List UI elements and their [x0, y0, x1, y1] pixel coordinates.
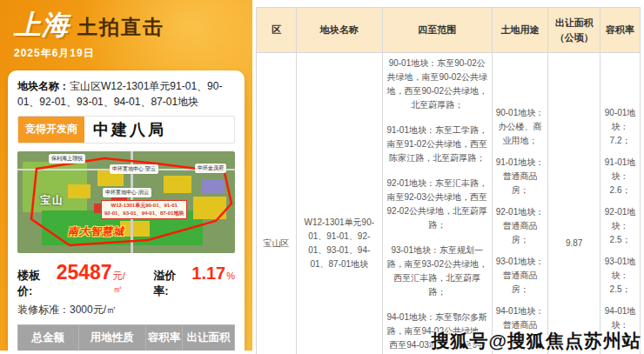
developer-name: 中建八局: [84, 117, 175, 143]
brand-row: 上海 土拍直击: [14, 7, 240, 43]
parcel-card: 地块名称：宝山区W12-1301单元91-01、90-01、92-01、93-0…: [8, 70, 245, 351]
col-header-land-use: 土地用途: [492, 8, 547, 53]
list-item: 90-01地块：东至90-02公共绿地，南至90-02公共绿地，西至90-02公…: [386, 57, 489, 112]
auction-date: 2025年6月19日: [14, 46, 240, 61]
panel-header: 上海 土拍直击 2025年6月19日: [0, 0, 252, 64]
list-item: 91-01地块：普通商品房；: [495, 156, 545, 197]
land-table-row: 宝山区 W12-1301单元90-01、91-01、92-01、93-01、94…: [257, 53, 641, 354]
list-item: 93-01地块：普通商品房；: [495, 255, 545, 297]
map-poi-label: 中环置地中心·润云: [103, 188, 151, 197]
premium-unit: %: [226, 271, 235, 281]
col-header-parcel-name: 地块名称: [296, 8, 382, 53]
premium-value: 1.17: [191, 264, 225, 284]
map-label-baoshan: 宝山: [40, 193, 64, 208]
col-header-district: 区: [257, 8, 297, 53]
price-row: 楼板价: 25487 元/㎡ 溢价率: 1.17 %: [17, 261, 235, 299]
brand-shanghai: 上海: [14, 7, 70, 43]
developer-badge: 竞得开发商: [18, 117, 84, 143]
summary-header-row: 总金额 用地性质 容积率 出让面积: [18, 325, 235, 351]
list-item: 90-01地块：办公楼、商业用地；: [495, 106, 545, 148]
list-item: 92-01地块：东至汇丰路，南至92-03公共绿地，西至92-02公共绿地，北至…: [386, 177, 489, 232]
land-auction-table: 区 地块名称 四至范围 土地用途 出让面积（公顷） 容积率 宝山区 W12-13…: [256, 7, 641, 354]
land-table-header-row: 区 地块名称 四至范围 土地用途 出让面积（公顷） 容积率: [257, 8, 641, 53]
left-info-panel: 上海 土拍直击 2025年6月19日 地块名称：宝山区W12-1301单元91-…: [0, 0, 252, 351]
brand-title: 土拍直击: [77, 14, 164, 41]
floor-price-unit: 元/㎡: [113, 270, 135, 296]
summary-header-far: 容积率: [145, 325, 182, 351]
map-poi-label: 中环金茂府: [195, 164, 226, 173]
col-header-boundaries: 四至范围: [382, 8, 492, 53]
col-header-plot-ratio: 容积率: [600, 8, 641, 53]
list-item: 93-01地块：2.5；: [603, 255, 637, 297]
developer-row: 竞得开发商 中建八局: [17, 116, 235, 144]
cell-area: 9.87: [548, 53, 600, 354]
parcel-name-label: 地块名称：: [17, 80, 70, 92]
floor-price-label: 楼板价:: [17, 268, 55, 299]
cell-boundaries: 90-01地块：东至90-02公共绿地，南至90-02公共绿地，西至90-02公…: [382, 53, 492, 354]
parcel-name-line: 地块名称：宝山区W12-1301单元91-01、90-01、92-01、93-0…: [17, 78, 235, 110]
cell-land-use: 90-01地块：办公楼、商业用地；91-01地块：普通商品房；92-01地块：普…: [492, 53, 547, 354]
list-item: 91-01地块：2.6；: [603, 156, 637, 197]
summary-header-use: 用地性质: [78, 325, 145, 351]
cell-plot-ratio: 90-01地块：7.2；91-01地块：2.6；92-01地块：2.5；93-0…: [600, 53, 641, 354]
list-item: 91-01地块：东至工学路，南至91-02公共绿地，西至陈家江路，北至蔚厚路；: [386, 124, 489, 165]
premium-group: 溢价率: 1.17 %: [153, 264, 235, 299]
decoration-standard: 装修标准：3000元/㎡: [17, 303, 235, 317]
watermark-sohu: 搜狐号@搜狐焦点苏州站: [432, 329, 641, 353]
list-item: 92-01地块：2.5；: [603, 205, 637, 247]
summary-table: 总金额 用地性质 容积率 出让面积 819533万 办公楼, 商业用地 普通商品…: [17, 324, 235, 351]
map-poi-label: 保利海上璟悦: [49, 154, 85, 164]
list-item: 92-01地块：普通商品房；: [495, 205, 545, 247]
map-parcel-callout-line1: W12-1301单元90-01、91-01: [104, 202, 184, 210]
parcel-map-image: 宝山 W12-1301单元90-01、91-01 92-01、93-01、94-…: [17, 151, 235, 253]
summary-header-area: 出让面积: [183, 325, 235, 351]
summary-header-total: 总金额: [18, 325, 79, 351]
map-parcel-callout: W12-1301单元90-01、91-01 92-01、93-01、94-01、…: [101, 200, 187, 219]
cell-parcel-name: W12-1301单元90-01、91-01、92-01、93-01、94-01、…: [296, 53, 382, 354]
page-root: 上海 土拍直击 2025年6月19日 地块名称：宝山区W12-1301单元91-…: [0, 0, 644, 354]
map-poi-label: 中环置地中心·望云: [110, 164, 158, 174]
cell-district: 宝山区: [257, 53, 297, 354]
list-item: 90-01地块：7.2；: [603, 106, 637, 148]
col-header-area: 出让面积（公顷）: [548, 8, 600, 53]
map-parcel-callout-line2: 92-01、93-01、94-01、87-01地块: [104, 210, 184, 217]
floor-price-value: 25487: [57, 261, 112, 284]
land-table-panel: 区 地块名称 四至范围 土地用途 出让面积（公顷） 容积率 宝山区 W12-13…: [252, 0, 644, 354]
list-item: 93-01地块：东至规划一路，南至93-02公共绿地，西至汇丰路，北至蔚厚路；: [386, 244, 489, 299]
premium-label: 溢价率:: [153, 268, 190, 299]
map-label-nanda: 南大智慧城: [68, 224, 124, 239]
